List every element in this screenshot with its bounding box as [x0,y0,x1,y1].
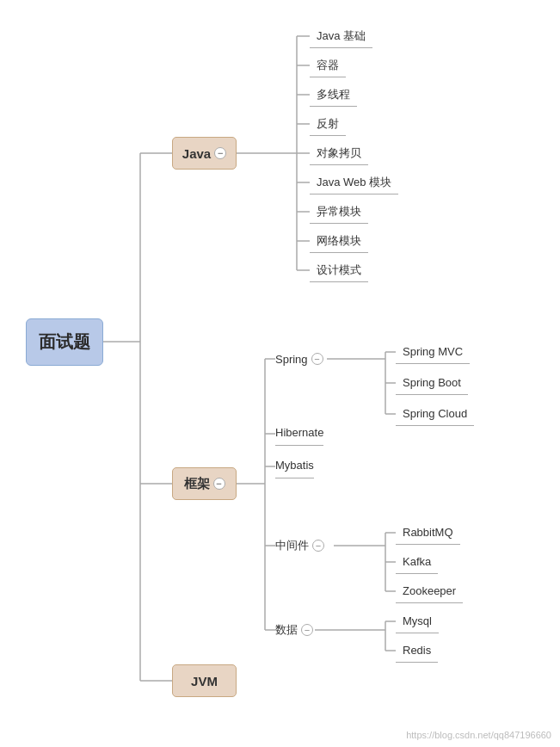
middleware-node: 中间件 − [275,534,324,558]
list-item: Spring MVC [396,340,470,364]
list-item: 异常模块 [310,200,368,224]
hibernate-node: Hibernate [275,422,323,446]
mybatis-node: Mybatis [275,454,314,478]
java-collapse[interactable]: − [214,147,226,159]
spring-collapse[interactable]: − [311,353,323,365]
list-item: 网络模块 [310,229,368,253]
list-item: Mysql [396,609,439,633]
spring-label: Spring [275,353,308,366]
root-node: 面试题 [26,318,103,366]
list-item: 反射 [310,112,346,136]
spring-node: Spring − [275,347,323,371]
list-item: Spring Boot [396,371,468,395]
list-item: Redis [396,639,438,663]
list-item: 对象拷贝 [310,141,368,165]
jvm-node: JVM [172,664,237,697]
list-item: Java 基础 [310,24,372,48]
list-item: Spring Cloud [396,402,474,426]
list-item: Kafka [396,550,438,574]
data-collapse[interactable]: − [301,624,313,636]
list-item: 设计模式 [310,258,368,282]
hibernate-label: Hibernate [275,426,323,439]
data-label: 数据 [275,622,298,638]
list-item: 多线程 [310,83,357,107]
list-item: Java Web 模块 [310,170,398,194]
framework-node: 框架 − [172,467,237,500]
jvm-label: JVM [191,674,218,688]
middleware-label: 中间件 [275,538,309,553]
mybatis-label: Mybatis [275,459,314,472]
framework-label: 框架 [184,476,210,492]
list-item: Zookeeper [396,579,463,603]
java-label: Java [182,146,211,161]
list-item: 容器 [310,53,346,77]
root-label: 面试题 [39,330,90,354]
data-node: 数据 − [275,618,313,642]
java-node: Java − [172,137,237,170]
middleware-collapse[interactable]: − [312,540,324,552]
watermark: https://blog.csdn.net/qq847196660 [406,730,551,740]
list-item: RabbitMQ [396,521,460,545]
framework-collapse[interactable]: − [213,478,225,490]
